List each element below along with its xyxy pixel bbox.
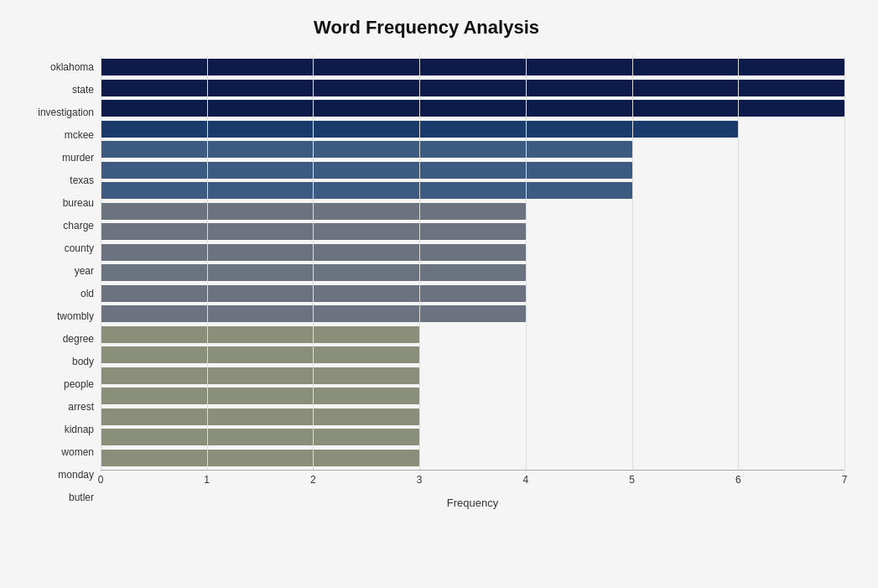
- bar-row: [101, 160, 844, 180]
- y-label: year: [75, 260, 94, 282]
- bar-row: [101, 325, 844, 345]
- y-label: twombly: [57, 305, 94, 327]
- grid-line: [419, 55, 420, 470]
- bar: [101, 388, 419, 404]
- grid-line: [101, 55, 101, 470]
- x-tick: 6: [735, 474, 741, 486]
- bar-row: [101, 366, 844, 386]
- x-tick: 5: [629, 474, 635, 486]
- bar: [101, 450, 419, 466]
- grid-line: [632, 55, 633, 470]
- y-label: oklahoma: [50, 56, 94, 78]
- bars-and-xaxis: 01234567 Frequency: [101, 55, 844, 509]
- bar-row: [101, 180, 844, 200]
- x-tick: 2: [310, 474, 316, 486]
- bar-row: [101, 284, 844, 304]
- bar-row: [101, 427, 844, 447]
- bar-row: [101, 263, 844, 283]
- bar-row: [101, 448, 844, 468]
- y-label: bureau: [63, 192, 94, 214]
- y-label: kidnap: [65, 419, 94, 440]
- y-label: texas: [70, 169, 94, 191]
- x-tick: 7: [842, 474, 848, 486]
- y-label: investigation: [38, 101, 94, 123]
- x-axis-label: Frequency: [101, 497, 844, 509]
- bar-row: [101, 386, 844, 406]
- y-labels: oklahomastateinvestigationmckeemurdertex…: [8, 55, 101, 509]
- y-label: arrest: [68, 396, 94, 418]
- y-label: women: [61, 441, 94, 463]
- y-label: butler: [69, 487, 94, 508]
- y-label: monday: [58, 464, 94, 486]
- bar-row: [101, 78, 844, 98]
- bar-row: [101, 139, 844, 159]
- grid-line: [313, 55, 314, 470]
- bar-row: [101, 242, 844, 263]
- bar: [101, 326, 419, 343]
- y-label: charge: [63, 215, 94, 237]
- bar-row: [101, 119, 844, 139]
- bar: [101, 367, 419, 384]
- x-tick: 4: [523, 474, 529, 486]
- bar-row: [101, 221, 844, 242]
- y-label: state: [72, 79, 94, 101]
- bar: [101, 59, 844, 75]
- bar-row: [101, 345, 844, 365]
- x-tick: 3: [417, 474, 423, 486]
- bar-row: [101, 304, 844, 324]
- bar: [101, 100, 844, 117]
- bar: [101, 408, 419, 425]
- bar-row: [101, 57, 844, 77]
- bars-list: [101, 55, 844, 470]
- bar: [101, 80, 844, 96]
- y-label: body: [72, 351, 94, 372]
- bar: [101, 141, 632, 158]
- bar-row: [101, 98, 844, 118]
- bar: [101, 182, 632, 199]
- x-axis: 01234567: [101, 470, 844, 495]
- y-label: degree: [63, 328, 94, 350]
- y-label: county: [65, 237, 94, 259]
- grid-line: [526, 55, 527, 470]
- bar: [101, 429, 419, 445]
- grid-line: [844, 55, 845, 470]
- x-tick: 1: [204, 474, 210, 486]
- bar: [101, 162, 632, 179]
- x-tick: 0: [98, 474, 104, 486]
- bars-area: [101, 55, 844, 470]
- y-label: mckee: [65, 124, 94, 146]
- bar-row: [101, 201, 844, 221]
- grid-line: [738, 55, 739, 470]
- bar: [101, 346, 419, 363]
- chart-title: Word Frequency Analysis: [8, 17, 844, 39]
- grid-line: [207, 55, 208, 470]
- chart-area: oklahomastateinvestigationmckeemurdertex…: [8, 55, 844, 509]
- y-label: old: [81, 283, 94, 304]
- bar-row: [101, 407, 844, 427]
- chart-container: Word Frequency Analysis oklahomastateinv…: [0, 0, 878, 588]
- y-label: murder: [62, 147, 94, 169]
- y-label: people: [64, 373, 94, 395]
